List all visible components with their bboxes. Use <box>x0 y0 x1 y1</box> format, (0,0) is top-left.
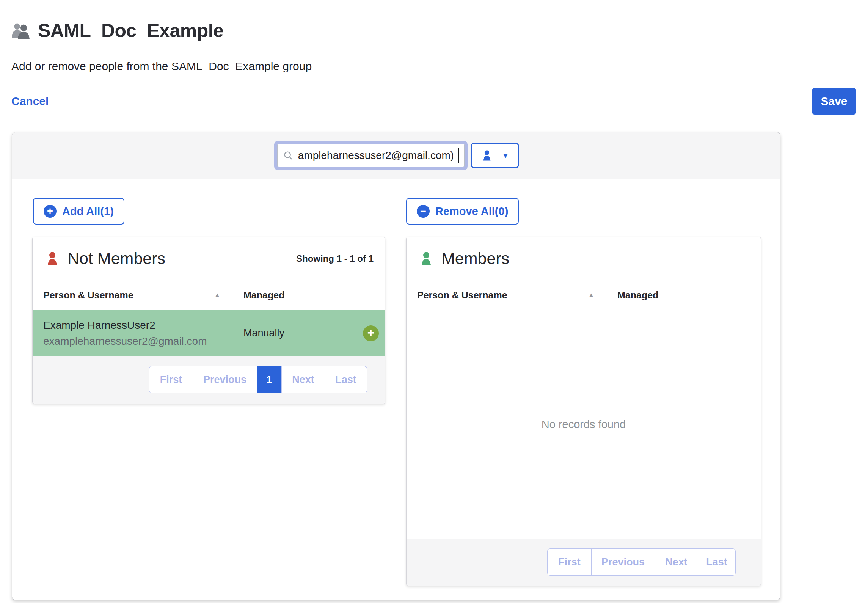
pagination-last-button[interactable]: Last <box>698 549 735 575</box>
sort-asc-icon[interactable]: ▲ <box>214 291 243 299</box>
user-filter-dropdown[interactable]: ▼ <box>471 143 519 168</box>
text-caret <box>458 148 459 163</box>
members-header: Members <box>407 237 761 280</box>
search-focus-ring: ampleharnessuser2@gmail.com) <box>274 141 468 170</box>
pagination-next-button[interactable]: Next <box>281 366 325 393</box>
search-icon <box>283 150 294 161</box>
pagination-previous-button[interactable]: Previous <box>591 549 655 575</box>
members-card: Members Person & Username ▲ Managed No r… <box>406 237 761 586</box>
not-members-table-header: Person & Username ▲ Managed <box>33 280 385 310</box>
not-members-title: Not Members <box>67 249 165 268</box>
search-input[interactable]: ampleharnessuser2@gmail.com) <box>277 144 465 167</box>
page-header: SAML_Doc_Example Add or remove people fr… <box>0 0 868 115</box>
plus-circle-icon: + <box>44 205 57 218</box>
pagination-first-button[interactable]: First <box>548 549 591 575</box>
column-person-username[interactable]: Person & Username <box>43 290 214 301</box>
person-name: Example HarnessUser2 <box>43 319 243 331</box>
empty-state-text: No records found <box>407 418 761 431</box>
not-members-header: Not Members Showing 1 - 1 of 1 <box>33 237 385 280</box>
remove-all-label: Remove All(0) <box>435 205 508 218</box>
search-value: ampleharnessuser2@gmail.com) <box>298 149 453 162</box>
table-row[interactable]: Example HarnessUser2 exampleharnessuser2… <box>33 310 385 356</box>
add-user-button[interactable]: + <box>363 325 379 341</box>
showing-count: Showing 1 - 1 of 1 <box>296 253 374 264</box>
group-icon <box>11 22 32 40</box>
column-managed[interactable]: Managed <box>243 290 284 301</box>
chevron-down-icon: ▼ <box>502 151 509 160</box>
pagination-previous-button[interactable]: Previous <box>193 366 257 393</box>
person-username: exampleharnessuser2@gmail.com <box>43 335 243 347</box>
person-icon <box>480 149 493 162</box>
members-empty-body: No records found <box>407 310 761 539</box>
not-members-person-icon <box>44 250 61 267</box>
not-members-footer: First Previous 1 Next Last <box>33 356 385 404</box>
pagination-page-1-button[interactable]: 1 <box>257 366 281 393</box>
members-title: Members <box>441 249 509 268</box>
not-members-card: Not Members Showing 1 - 1 of 1 Person & … <box>32 237 385 404</box>
cell-person-username: Example HarnessUser2 exampleharnessuser2… <box>43 319 243 347</box>
sort-asc-icon[interactable]: ▲ <box>588 291 617 299</box>
column-person-username[interactable]: Person & Username <box>417 290 588 301</box>
pagination-last-button[interactable]: Last <box>325 366 367 393</box>
add-all-label: Add All(1) <box>62 205 114 218</box>
page-subtitle: Add or remove people from the SAML_Doc_E… <box>11 60 868 73</box>
page-title: SAML_Doc_Example <box>38 20 223 42</box>
members-person-icon <box>418 250 435 267</box>
membership-panel: ampleharnessuser2@gmail.com) ▼ + Add All… <box>12 132 780 600</box>
cell-managed: Manually <box>243 327 284 339</box>
column-managed[interactable]: Managed <box>617 290 658 301</box>
minus-circle-icon: − <box>417 205 430 218</box>
pagination-first-button[interactable]: First <box>149 366 193 393</box>
not-members-pagination: First Previous 1 Next Last <box>149 366 367 393</box>
remove-all-button[interactable]: − Remove All(0) <box>406 198 519 225</box>
members-pagination: First Previous Next Last <box>547 548 736 576</box>
search-strip: ampleharnessuser2@gmail.com) ▼ <box>12 132 780 179</box>
members-table-header: Person & Username ▲ Managed <box>407 280 761 310</box>
cancel-link[interactable]: Cancel <box>11 95 49 108</box>
add-all-button[interactable]: + Add All(1) <box>33 198 124 225</box>
pagination-next-button[interactable]: Next <box>655 549 698 575</box>
members-footer: First Previous Next Last <box>407 539 761 586</box>
save-button[interactable]: Save <box>812 88 856 115</box>
